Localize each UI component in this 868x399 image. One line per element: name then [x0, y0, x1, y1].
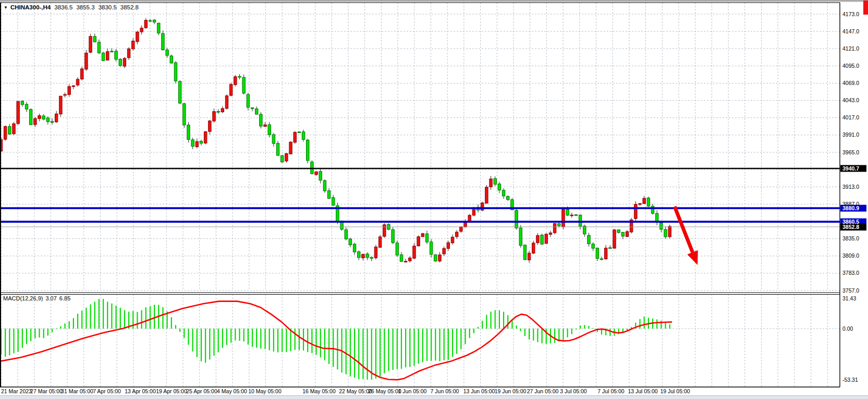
macd-signal-line: [0, 301, 671, 380]
horizontal-line-3940.7[interactable]: 3940.7: [0, 165, 866, 172]
time-axis[interactable]: [0, 388, 840, 395]
chart-window: 3940.73880.93860.53852.84173.04147.04121…: [0, 0, 868, 399]
macd-main-value: 3.07: [45, 295, 56, 301]
candles-layer: [0, 18, 671, 263]
macd-name: MACD(12,26,9): [3, 295, 43, 301]
horizontal-line-3860.5[interactable]: 3860.5: [0, 219, 866, 225]
chart-title-row: ▼CHINA300-,H43836.53855.33830.53852.8: [4, 4, 139, 10]
macd-indicator-label: MACD(12,26,9)3.076.85: [3, 295, 73, 301]
macd-signal-value: 6.85: [59, 295, 70, 301]
window-bottom-edge: [0, 395, 868, 399]
price-axis[interactable]: [840, 3, 868, 387]
horizontal-line-3852.8[interactable]: 3852.8: [0, 224, 866, 231]
horizontal-line-3880.9[interactable]: 3880.9: [0, 205, 866, 212]
symbol-dropdown-icon[interactable]: ▼: [4, 5, 8, 10]
chart-canvas[interactable]: 3940.73880.93860.53852.84173.04147.04121…: [0, 0, 868, 399]
ohlc-open: 3836.5: [54, 4, 72, 10]
ohlc-low: 3830.5: [99, 4, 117, 10]
symbol-period-label: CHINA300-,H4: [10, 4, 51, 10]
macd-histogram-layer: [1, 299, 670, 380]
ohlc-close: 3852.8: [120, 4, 139, 10]
ohlc-high: 3855.3: [76, 4, 94, 10]
